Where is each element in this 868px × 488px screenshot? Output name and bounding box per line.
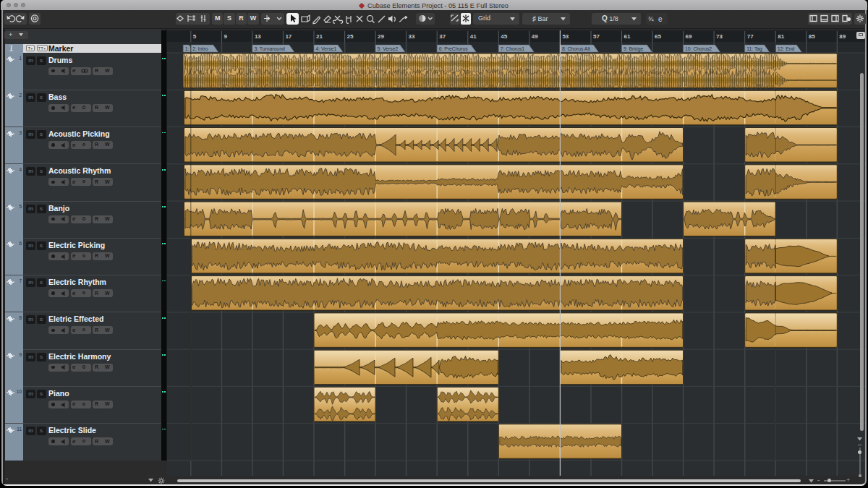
svg-text:13: 13 (255, 33, 261, 40)
svg-text:73: 73 (716, 33, 723, 40)
svg-text:69: 69 (686, 33, 692, 40)
svg-text:7: Chorus1: 7: Chorus1 (501, 46, 524, 51)
svg-text:57: 57 (593, 33, 600, 40)
svg-text:10: Chorus2: 10: Chorus2 (685, 46, 712, 51)
svg-text:81: 81 (778, 33, 784, 40)
svg-text:53: 53 (562, 33, 569, 40)
svg-text:12: End: 12: End (778, 46, 795, 51)
svg-text:17: 17 (285, 33, 292, 40)
svg-text:41: 41 (470, 33, 477, 40)
svg-text:8: Chorus Alt: 8: Chorus Alt (562, 46, 590, 51)
svg-text:9: 9 (224, 33, 227, 40)
svg-text:85: 85 (809, 33, 815, 40)
svg-text:3: Turnaround: 3: Turnaround (254, 46, 285, 51)
svg-text:2: Intro: 2: Intro (192, 46, 208, 51)
svg-text:9: Bridge: 9: Bridge (624, 46, 643, 52)
svg-text:6: PreChorus: 6: PreChorus (439, 46, 469, 51)
svg-text:5: Verse2: 5: Verse2 (378, 46, 399, 51)
svg-text:45: 45 (501, 33, 507, 40)
svg-text:¾: ¾ (648, 15, 654, 22)
svg-text:29: 29 (378, 33, 384, 40)
svg-text:11: Tag: 11: Tag (746, 46, 762, 52)
svg-text:61: 61 (624, 33, 631, 40)
svg-text:49: 49 (532, 33, 538, 40)
svg-text:65: 65 (655, 33, 661, 40)
svg-text:e: e (658, 15, 663, 23)
svg-text:5: 5 (193, 33, 197, 40)
svg-text:33: 33 (409, 33, 415, 40)
svg-text:25: 25 (347, 33, 354, 40)
svg-text:77: 77 (747, 33, 754, 40)
svg-text:4: Verse1: 4: Verse1 (316, 46, 337, 51)
svg-text:89: 89 (839, 33, 846, 40)
svg-text:21: 21 (316, 33, 323, 40)
svg-text:37: 37 (439, 33, 446, 40)
